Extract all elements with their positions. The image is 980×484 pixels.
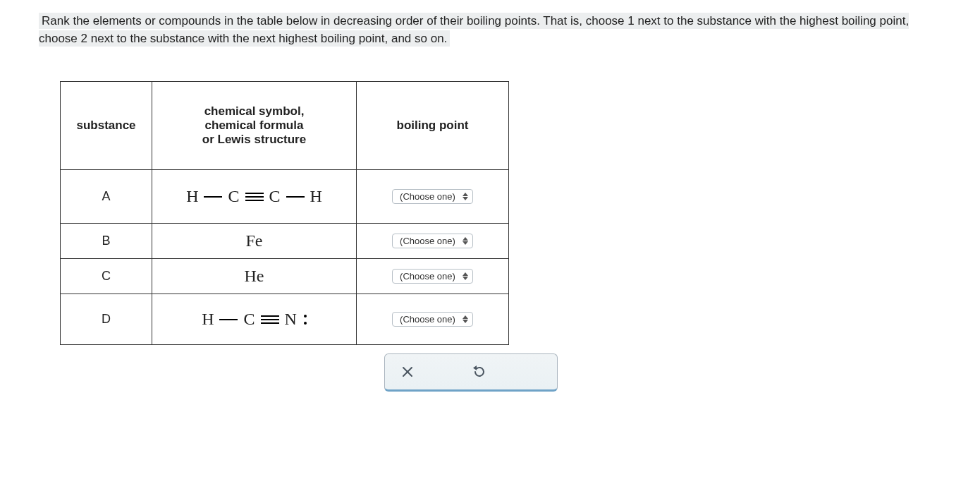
lone-pair — [304, 315, 307, 325]
header-row: substance chemical symbol, chemical form… — [61, 82, 509, 170]
svg-marker-0 — [463, 193, 468, 196]
formula-cell: H C C H — [152, 170, 357, 224]
boiling-point-cell: (Choose one) — [357, 294, 509, 345]
table-row: C He (Choose one) — [61, 259, 509, 294]
atom: H — [186, 187, 198, 206]
header-substance: substance — [61, 82, 152, 170]
svg-marker-5 — [463, 277, 468, 280]
question-container: Rank the elements or compounds in the ta… — [0, 0, 980, 404]
rank-select-d[interactable]: (Choose one) — [392, 312, 473, 327]
rank-select-c[interactable]: (Choose one) — [392, 269, 473, 284]
clear-button[interactable] — [398, 363, 417, 381]
atom: H — [310, 187, 322, 206]
formula-cell: Fe — [152, 224, 357, 259]
table-row: A H C C H (Choose one) — [61, 170, 509, 224]
table-row: B Fe (Choose one) — [61, 224, 509, 259]
svg-marker-2 — [463, 237, 468, 241]
substance-label: A — [61, 170, 152, 224]
single-bond — [219, 319, 238, 320]
action-bar — [384, 353, 558, 392]
header-formula-text: chemical symbol, chemical formula or Lew… — [202, 104, 306, 147]
chevron-updown-icon — [463, 237, 468, 245]
formula-cell: He — [152, 259, 357, 294]
atom: C — [269, 187, 281, 206]
chevron-updown-icon — [463, 272, 468, 280]
svg-marker-3 — [463, 241, 468, 245]
svg-marker-7 — [463, 320, 468, 323]
boiling-point-cell: (Choose one) — [357, 170, 509, 224]
substance-label: B — [61, 224, 152, 259]
table-row: D H C N (Choose one) — [61, 294, 509, 345]
svg-marker-1 — [463, 197, 468, 200]
boiling-point-cell: (Choose one) — [357, 224, 509, 259]
single-bond — [204, 196, 222, 198]
triple-bond — [245, 193, 264, 201]
reset-button[interactable] — [470, 363, 489, 381]
boiling-point-cell: (Choose one) — [357, 259, 509, 294]
substance-label: C — [61, 259, 152, 294]
triple-bond — [261, 315, 279, 324]
atom: C — [243, 310, 255, 329]
single-bond — [286, 196, 305, 198]
svg-marker-4 — [463, 272, 468, 276]
lewis-acetylene: H C C H — [186, 187, 322, 206]
select-placeholder: (Choose one) — [400, 236, 455, 246]
select-placeholder: (Choose one) — [400, 314, 455, 325]
rank-select-b[interactable]: (Choose one) — [392, 234, 473, 248]
reset-icon — [472, 365, 486, 379]
atom: N — [285, 310, 297, 329]
atom: H — [202, 310, 214, 329]
substance-label: D — [61, 294, 152, 345]
formula-cell: H C N — [152, 294, 357, 345]
select-placeholder: (Choose one) — [400, 191, 455, 202]
chevron-updown-icon — [463, 193, 468, 200]
ranking-table: substance chemical symbol, chemical form… — [60, 81, 509, 345]
lewis-hcn: H C N — [202, 310, 307, 329]
question-text: Rank the elements or compounds in the ta… — [39, 13, 909, 47]
select-placeholder: (Choose one) — [400, 271, 455, 282]
chevron-updown-icon — [463, 315, 468, 323]
svg-marker-6 — [463, 315, 468, 319]
header-formula: chemical symbol, chemical formula or Lew… — [152, 82, 357, 170]
close-icon — [401, 365, 414, 378]
svg-marker-10 — [473, 365, 477, 370]
header-boiling-point: boiling point — [357, 82, 509, 170]
question-text-wrap: Rank the elements or compounds in the ta… — [39, 13, 941, 47]
atom: C — [228, 187, 239, 206]
rank-select-a[interactable]: (Choose one) — [392, 189, 473, 204]
